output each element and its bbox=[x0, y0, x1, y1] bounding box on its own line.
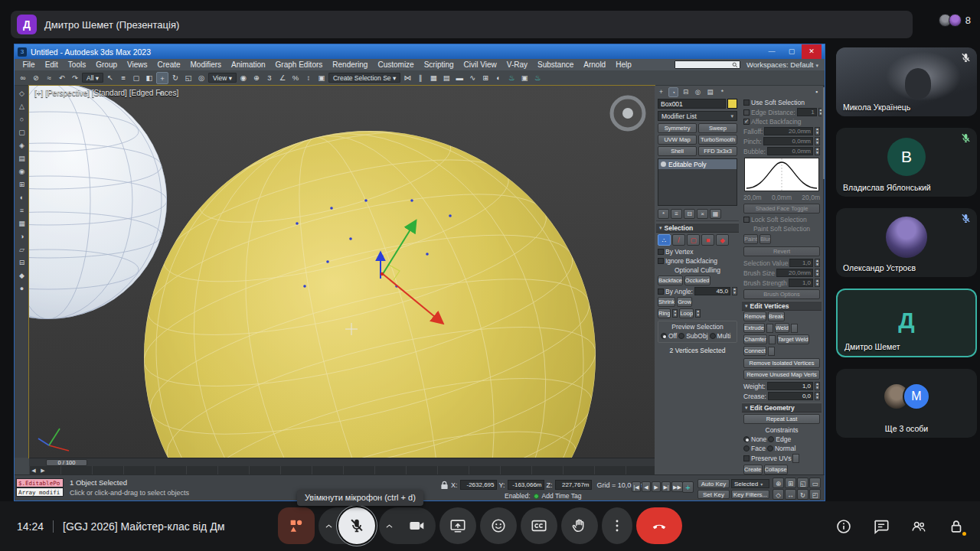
previous-key-icon[interactable]: ◀ bbox=[29, 468, 38, 474]
viewcube[interactable] bbox=[612, 97, 644, 129]
preserve-uvs-settings-icon[interactable] bbox=[792, 454, 799, 463]
orbit-icon[interactable]: ↻ bbox=[797, 489, 808, 500]
edge-distance-spinner[interactable] bbox=[818, 108, 822, 116]
connect-settings-icon[interactable] bbox=[768, 347, 775, 356]
zoom-region-icon[interactable]: ▭ bbox=[809, 478, 821, 488]
extrude-settings-icon[interactable] bbox=[766, 324, 773, 333]
falloff-spinner[interactable] bbox=[815, 127, 820, 135]
chamfer-settings-icon[interactable] bbox=[769, 335, 776, 344]
preset-turbosmooth-button[interactable]: TurboSmooth bbox=[698, 135, 737, 145]
selection-value-spinner[interactable] bbox=[815, 259, 820, 267]
render-production-icon[interactable]: ♨ bbox=[531, 72, 544, 84]
enabled-indicator[interactable] bbox=[534, 494, 539, 499]
menu-help[interactable]: Help bbox=[611, 59, 637, 70]
side-tool-icon-14[interactable]: ⊟ bbox=[16, 257, 28, 269]
angle-snap-icon[interactable]: ∠ bbox=[276, 72, 289, 84]
side-tool-icon-1[interactable]: ◇ bbox=[16, 88, 28, 99]
perspective-viewport[interactable]: [+] [Perspective] [Standard] [Edged Face… bbox=[29, 86, 655, 458]
remove-modifier-icon[interactable]: × bbox=[697, 209, 708, 219]
pinch-field[interactable]: 0,0mm bbox=[763, 137, 813, 145]
mic-button[interactable] bbox=[338, 507, 375, 544]
menu-animation[interactable]: Animation bbox=[227, 59, 270, 70]
side-tool-icon-11[interactable]: ▦ bbox=[16, 218, 28, 230]
brush-options-button[interactable]: Brush Options bbox=[743, 289, 820, 299]
x-coordinate-field[interactable]: -2632,695 bbox=[460, 480, 497, 490]
percent-snap-icon[interactable]: % bbox=[289, 72, 302, 84]
preset-ffd-button[interactable]: FFD 3x3x3 bbox=[698, 146, 737, 156]
maxscript-listener-line2[interactable]: Array modifi bbox=[16, 487, 64, 497]
weld-button[interactable]: Weld bbox=[775, 323, 789, 333]
edit-vertices-rollout-header[interactable]: Edit Vertices bbox=[742, 301, 822, 311]
panel-scrollbar[interactable] bbox=[823, 86, 825, 474]
by-angle-spinner[interactable] bbox=[732, 287, 737, 295]
undo-icon[interactable]: ↶ bbox=[56, 72, 68, 84]
side-tool-icon-3[interactable]: ○ bbox=[16, 114, 28, 126]
window-title-bar[interactable]: 3 Untitled - Autodesk 3ds Max 2023 — ▢ ✕ bbox=[15, 44, 825, 59]
mirror-icon[interactable]: ⋈ bbox=[401, 72, 413, 84]
set-key-button[interactable]: Set Key bbox=[697, 490, 730, 499]
viewport-menu-arrow-icon[interactable] bbox=[158, 90, 164, 97]
polygon-mode-icon[interactable]: ■ bbox=[701, 234, 714, 246]
shrink-button[interactable]: Shrink bbox=[658, 297, 675, 307]
zoom-all-icon[interactable]: ⊞ bbox=[785, 478, 796, 488]
raise-hand-button[interactable] bbox=[561, 507, 598, 544]
constraint-edge-radio[interactable] bbox=[768, 436, 774, 442]
side-tool-icon-4[interactable]: ▢ bbox=[16, 127, 28, 139]
target-weld-button[interactable]: Target Weld bbox=[777, 334, 809, 344]
key-filter-selected-dropdown[interactable]: Selected bbox=[731, 479, 769, 488]
pin-stack-icon[interactable]: * bbox=[658, 209, 669, 219]
next-frame-icon[interactable]: ▶| bbox=[662, 481, 671, 492]
side-tool-icon-6[interactable]: ▤ bbox=[16, 153, 28, 165]
create-tab-icon[interactable]: + bbox=[656, 87, 666, 97]
side-tool-icon-2[interactable]: △ bbox=[16, 101, 28, 112]
weight-spinner[interactable] bbox=[815, 382, 820, 390]
side-tool-icon-8[interactable]: ⊞ bbox=[16, 179, 28, 191]
collapse-button[interactable]: Collapse bbox=[764, 465, 788, 474]
break-button[interactable]: Break bbox=[768, 311, 785, 321]
redo-icon[interactable]: ↷ bbox=[69, 72, 81, 84]
edge-mode-icon[interactable]: / bbox=[672, 234, 685, 246]
camera-button[interactable] bbox=[399, 507, 436, 544]
hierarchy-tab-icon[interactable]: ⊟ bbox=[681, 87, 691, 97]
time-slider-knob[interactable]: 0 / 100 bbox=[46, 459, 87, 466]
preview-multi-radio[interactable] bbox=[710, 333, 716, 339]
presenter-pill[interactable]: Д Дмитро Шемет (Презентація) bbox=[11, 11, 913, 38]
participant-tile-active[interactable]: Д Дмитро Шемет bbox=[836, 289, 977, 357]
select-and-rotate-icon[interactable]: ↻ bbox=[169, 72, 181, 84]
ring-button[interactable]: Ring bbox=[658, 308, 671, 318]
rendered-frame-icon[interactable]: ▣ bbox=[518, 72, 531, 84]
repeat-last-button[interactable]: Repeat Last bbox=[743, 414, 820, 424]
crease-field[interactable]: 0,0 bbox=[768, 392, 813, 400]
selection-rollout-header[interactable]: Selection bbox=[656, 223, 739, 233]
time-slider[interactable]: 0 / 100 bbox=[29, 458, 655, 466]
menu-group[interactable]: Group bbox=[91, 59, 122, 70]
constraint-none-radio[interactable] bbox=[743, 436, 750, 442]
menu-scripting[interactable]: Scripting bbox=[419, 59, 459, 70]
menu-customize[interactable]: Customize bbox=[373, 59, 419, 70]
selected-vertex[interactable] bbox=[379, 255, 384, 259]
selection-lock-icon[interactable] bbox=[440, 481, 449, 490]
named-selection-sets-icon[interactable]: ▣ bbox=[315, 72, 328, 84]
lock-soft-selection-checkbox[interactable] bbox=[743, 217, 750, 223]
crease-spinner[interactable] bbox=[815, 392, 820, 400]
select-and-place-icon[interactable]: ◎ bbox=[195, 72, 207, 84]
select-and-scale-icon[interactable]: ◱ bbox=[182, 72, 194, 84]
select-and-link-icon[interactable]: ∞ bbox=[17, 72, 29, 84]
activities-button[interactable] bbox=[278, 507, 315, 544]
element-mode-icon[interactable]: ◆ bbox=[716, 234, 729, 246]
ribbon-toggle-icon[interactable]: ▬ bbox=[453, 72, 466, 84]
occluded-button[interactable]: Occluded bbox=[684, 276, 710, 285]
y-coordinate-field[interactable]: -163,066m bbox=[508, 480, 544, 490]
constraint-normal-radio[interactable] bbox=[767, 445, 773, 452]
configure-modifier-sets-icon[interactable]: ▦ bbox=[710, 209, 721, 219]
overflow-participants-tile[interactable]: M Ще 3 особи bbox=[836, 369, 977, 438]
make-unique-icon[interactable]: ⊟ bbox=[684, 209, 695, 219]
end-call-button[interactable] bbox=[636, 507, 682, 544]
side-tool-icon-13[interactable]: ▱ bbox=[16, 244, 28, 256]
participant-tile[interactable]: В Владислав Яблонський bbox=[836, 128, 977, 197]
border-mode-icon[interactable]: ▢ bbox=[687, 234, 700, 246]
menu-edit[interactable]: Edit bbox=[40, 59, 63, 70]
viewport-label[interactable]: [+] [Perspective] [Standard] [Edged Face… bbox=[34, 89, 178, 97]
next-key-icon[interactable]: ▶ bbox=[38, 468, 47, 474]
people-button[interactable] bbox=[910, 518, 927, 535]
